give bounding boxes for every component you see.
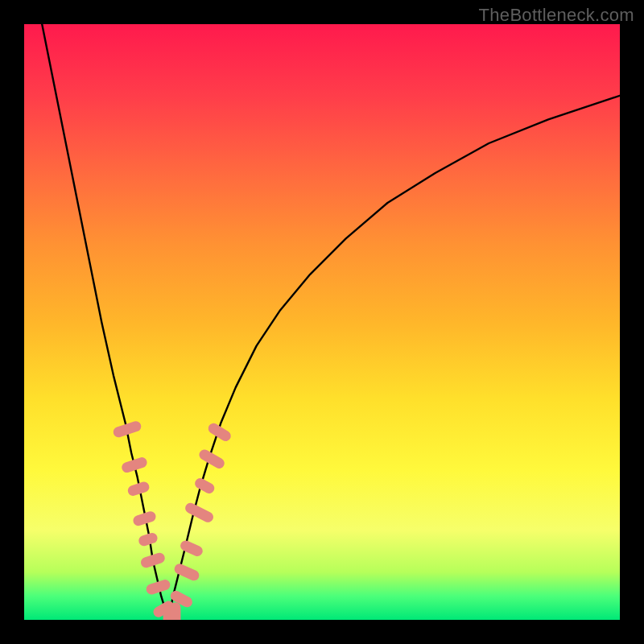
highlight-pill [184, 502, 215, 525]
highlight-pill [170, 602, 180, 620]
highlight-pill [193, 477, 217, 495]
curve-layer [24, 24, 620, 620]
chart-frame: TheBottleneck.com [0, 0, 644, 644]
bottleneck-curve-left [42, 24, 168, 620]
bottleneck-curves [42, 24, 620, 620]
watermark-text: TheBottleneck.com [479, 5, 634, 26]
highlight-pill [121, 456, 149, 473]
bottleneck-curve-right [168, 96, 620, 620]
